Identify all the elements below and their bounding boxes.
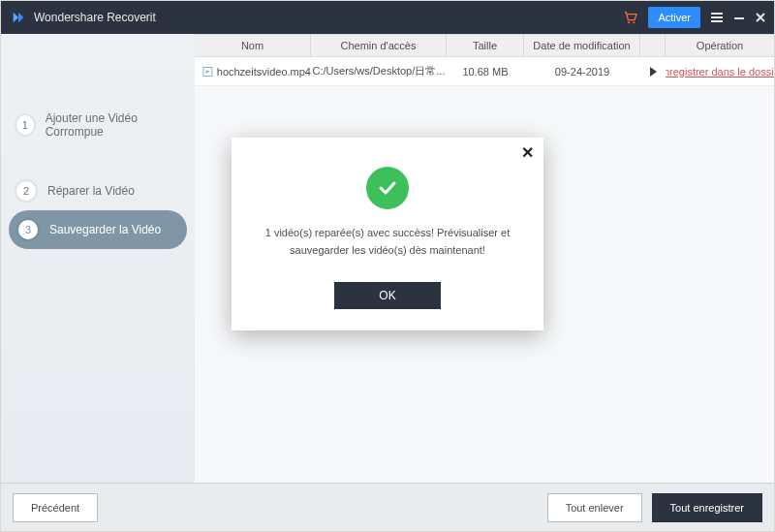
previous-button[interactable]: Précédent	[13, 493, 98, 522]
svg-point-1	[634, 21, 636, 23]
menu-icon[interactable]	[710, 7, 724, 28]
step-label: Réparer la Vidéo	[47, 184, 135, 198]
table-header: Nom Chemin d'accès Taille Date de modifi…	[195, 34, 774, 57]
sidebar: 1 Ajouter une Vidéo Corrompue 2 Réparer …	[1, 34, 195, 483]
activate-button[interactable]: Activer	[648, 7, 700, 28]
footer: Précédent Tout enlever Tout enregistrer	[1, 483, 774, 531]
th-name[interactable]: Nom	[195, 35, 311, 56]
app-title: Wondershare Recoverit	[34, 11, 156, 24]
cell-size: 10.68 MB	[447, 66, 524, 78]
step-number: 1	[16, 115, 34, 135]
save-to-folder-link[interactable]: Enregistrer dans le dossier	[666, 66, 774, 78]
th-path[interactable]: Chemin d'accès	[311, 35, 447, 56]
cell-name: hochzeitsvideo.mp4	[195, 66, 311, 78]
cart-icon[interactable]	[623, 7, 638, 28]
cell-date: 09-24-2019	[524, 66, 640, 78]
play-icon	[650, 67, 657, 77]
step-number: 2	[16, 181, 36, 201]
sidebar-step-1[interactable]: 1 Ajouter une Vidéo Corrompue	[1, 102, 195, 148]
cell-play[interactable]	[640, 67, 666, 77]
th-date[interactable]: Date de modification	[524, 35, 640, 56]
close-button[interactable]	[755, 7, 766, 28]
titlebar: Wondershare Recoverit Activer	[1, 1, 774, 34]
cell-path: C:/Users/ws/Desktop/日常...	[311, 64, 447, 78]
step-label: Sauvegarder la Vidéo	[49, 223, 161, 236]
table-row[interactable]: hochzeitsvideo.mp4 C:/Users/ws/Desktop/日…	[195, 57, 774, 86]
th-play	[640, 35, 666, 56]
brand: Wondershare Recoverit	[11, 10, 156, 25]
app-logo-icon	[11, 10, 26, 25]
modal-close-button[interactable]: ✕	[521, 145, 534, 161]
success-modal: ✕ 1 vidéo(s) reparée(s) avec succèss! Pr…	[232, 138, 543, 330]
cell-operation: Enregistrer dans le dossier	[666, 66, 774, 78]
step-number: 3	[18, 220, 38, 239]
minimize-button[interactable]	[733, 7, 745, 28]
th-size[interactable]: Taille	[447, 35, 524, 56]
sidebar-step-3[interactable]: 3 Sauvegarder la Vidéo	[9, 210, 187, 249]
sidebar-step-2[interactable]: 2 Réparer la Vidéo	[1, 172, 195, 210]
remove-all-button[interactable]: Tout enlever	[547, 493, 642, 522]
modal-ok-button[interactable]: OK	[334, 282, 441, 309]
modal-message: 1 vidéo(s) reparée(s) avec succèss! Prév…	[251, 225, 524, 259]
th-operation[interactable]: Opération	[666, 35, 774, 56]
success-icon	[366, 167, 409, 209]
save-all-button[interactable]: Tout enregistrer	[652, 493, 762, 522]
svg-point-0	[628, 21, 630, 23]
step-label: Ajouter une Vidéo Corrompue	[46, 111, 181, 139]
file-name: hochzeitsvideo.mp4	[217, 66, 311, 78]
video-file-icon	[202, 66, 213, 78]
